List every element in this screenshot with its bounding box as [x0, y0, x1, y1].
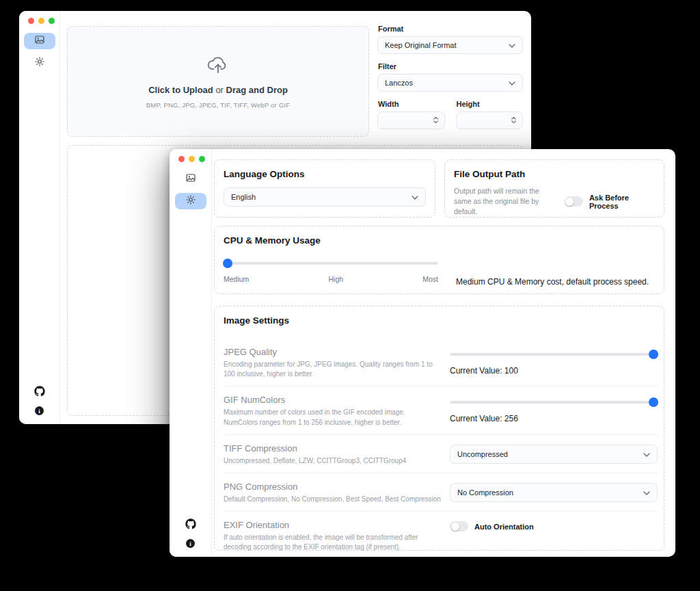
zoom-button[interactable]	[199, 156, 205, 162]
toggle-knob	[565, 198, 574, 206]
setting-row-gif-numcolors: GIF NumColors Maximum number of colors u…	[224, 386, 658, 434]
sidebar-item-images[interactable]	[175, 171, 206, 187]
auto-orientation-toggle[interactable]	[450, 521, 468, 531]
upload-dropzone[interactable]: Click to Upload or Drag and Drop BMP, PN…	[67, 26, 369, 137]
cloud-upload-icon	[207, 55, 229, 77]
close-button[interactable]	[178, 156, 185, 162]
tick-high: High	[328, 275, 343, 283]
image-icon	[34, 34, 45, 48]
setting-label: GIF NumColors	[224, 395, 441, 405]
close-button[interactable]	[28, 18, 34, 24]
format-select[interactable]: Keep Original Format	[377, 36, 523, 54]
width-label: Width	[378, 100, 445, 108]
minimize-button[interactable]	[38, 18, 44, 24]
setting-label: TIFF Compression	[224, 443, 441, 454]
tick-most: Most	[422, 275, 438, 283]
zoom-button[interactable]	[49, 18, 55, 24]
gear-icon	[34, 56, 45, 70]
settings-window: i Language Options English File Output P…	[170, 149, 675, 557]
width-input[interactable]	[383, 116, 433, 124]
section-title: Language Options	[224, 169, 426, 179]
png-compression-value: No Compression	[457, 488, 513, 497]
filter-label: Filter	[378, 62, 523, 70]
setting-row-jpeg-quality: JPEG Quality Encoding parameter for JPG,…	[224, 336, 658, 386]
gif-numcolors-current-value: Current Value: 256	[450, 414, 658, 423]
upload-title: Click to Upload or Drag and Drop	[148, 85, 288, 95]
section-title: CPU & Memory Usage	[224, 235, 655, 246]
cpu-slider-thumb[interactable]	[223, 259, 232, 268]
section-title: Image Settings	[224, 315, 658, 326]
window-controls	[28, 18, 55, 24]
png-compression-select[interactable]: No Compression	[450, 483, 658, 502]
language-value: English	[231, 193, 256, 201]
filter-select[interactable]: Lanczos	[377, 74, 523, 92]
gif-numcolors-slider-thumb[interactable]	[649, 397, 658, 407]
width-stepper[interactable]	[377, 111, 445, 129]
chevron-down-icon	[509, 41, 515, 49]
output-path-description: Output path will remain the same as the …	[454, 186, 555, 218]
info-icon[interactable]: i	[186, 539, 195, 548]
conversion-panel: Format Keep Original Format Filter Lancz…	[377, 25, 523, 129]
setting-label: EXIF Orientation	[224, 520, 441, 530]
setting-description: Uncompressed, Deflate, LZW, CCITTGroup3,…	[224, 456, 441, 466]
chevron-down-icon	[643, 450, 650, 458]
sidebar-footer: i	[34, 386, 45, 424]
chevron-down-icon	[412, 193, 418, 201]
chevron-down-icon	[643, 488, 650, 497]
ask-before-process-toggle[interactable]	[565, 196, 583, 207]
format-value: Keep Original Format	[385, 41, 457, 49]
setting-label: PNG Compression	[224, 482, 441, 492]
setting-row-exif-orientation: EXIF Orientation If auto orientation is …	[224, 511, 658, 559]
height-input[interactable]	[462, 116, 511, 124]
chevron-down-icon	[509, 79, 515, 87]
tick-medium: Medium	[224, 275, 249, 283]
setting-description: Maximum number of colors used in the GIF…	[224, 408, 441, 427]
sidebar: i	[19, 11, 60, 424]
image-icon	[185, 172, 196, 186]
height-label: Height	[457, 100, 524, 108]
minimize-button[interactable]	[189, 156, 195, 162]
stepper-arrows-icon[interactable]	[433, 114, 439, 127]
height-stepper[interactable]	[456, 111, 524, 129]
sidebar-item-images[interactable]	[24, 33, 55, 49]
desktop: i Click to Upload or Drag and Drop BMP, …	[0, 0, 700, 591]
sidebar-footer: i	[185, 518, 196, 557]
setting-description: Encoding parameter for JPG, JPEG images.…	[224, 360, 441, 379]
setting-description: Default Compression, No Compression, Bes…	[224, 495, 441, 504]
cpu-memory-section: CPU & Memory Usage Medium High Most Medi…	[214, 226, 664, 294]
format-label: Format	[378, 25, 523, 33]
setting-row-png-compression: PNG Compression Default Compression, No …	[224, 473, 658, 511]
github-icon[interactable]	[34, 386, 45, 399]
jpeg-quality-current-value: Current Value: 100	[450, 366, 658, 376]
jpeg-quality-slider[interactable]	[450, 353, 658, 356]
image-settings-section: Image Settings JPEG Quality Encoding par…	[214, 306, 664, 551]
stepper-arrows-icon[interactable]	[511, 114, 517, 127]
upload-formats: BMP, PNG, JPG, JPEG, TIF, TIFF, WebP or …	[146, 101, 290, 109]
filter-value: Lanczos	[385, 79, 413, 87]
cpu-slider-ticks: Medium High Most	[224, 275, 438, 283]
language-options-section: Language Options English	[214, 159, 435, 218]
cpu-status-text: Medium CPU & Memory cost, default proces…	[456, 277, 649, 287]
section-title: File Output Path	[454, 169, 655, 179]
gear-icon	[185, 194, 196, 208]
jpeg-quality-slider-thumb[interactable]	[649, 350, 658, 359]
setting-row-tiff-compression: TIFF Compression Uncompressed, Deflate, …	[224, 434, 658, 473]
tiff-compression-select[interactable]: Uncompressed	[450, 445, 658, 464]
tiff-compression-value: Uncompressed	[457, 450, 508, 458]
sidebar: i	[170, 149, 212, 557]
github-icon[interactable]	[185, 518, 196, 532]
file-output-path-section: File Output Path Output path will remain…	[444, 159, 664, 218]
toggle-label: Auto Orientation	[474, 523, 534, 531]
setting-label: JPEG Quality	[224, 347, 441, 357]
toggle-label: Ask Before Process	[589, 194, 655, 210]
sidebar-item-settings[interactable]	[24, 55, 55, 71]
window-controls	[178, 156, 205, 162]
gif-numcolors-slider[interactable]	[450, 401, 658, 404]
cpu-slider[interactable]	[224, 262, 438, 265]
info-icon[interactable]: i	[35, 406, 44, 415]
toggle-knob	[451, 523, 459, 531]
sidebar-item-settings[interactable]	[175, 193, 206, 209]
language-select[interactable]: English	[224, 187, 426, 207]
setting-description: If auto orientation is enabled, the imag…	[224, 533, 441, 552]
